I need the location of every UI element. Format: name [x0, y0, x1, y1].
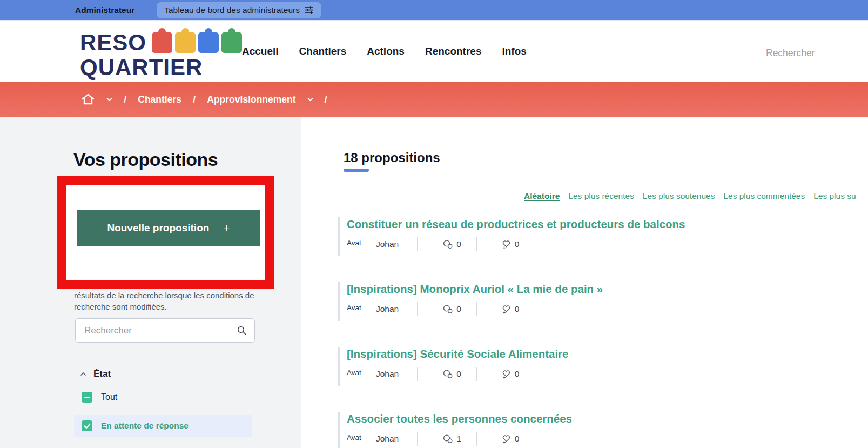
endorsements-count: 0: [501, 304, 520, 315]
avatar: Avatar: [347, 369, 365, 379]
breadcrumb-home-link[interactable]: [81, 93, 95, 106]
sidebar-search-input[interactable]: [84, 325, 237, 336]
breadcrumb: / Chantiers / Approvisionnement /: [0, 82, 868, 117]
admin-dashboard-button[interactable]: Tableau de bord des administrateurs: [157, 2, 321, 18]
site-header: RESO QUARTIER Accueil Chantiers Actions …: [0, 21, 868, 82]
proposal-title-link[interactable]: [Inspirations] Sécurité Sociale Alimenta…: [347, 347, 835, 361]
breadcrumb-separator: /: [325, 93, 327, 105]
filters-sidebar: Vos propositions Le formulaire ci-dessou…: [0, 117, 301, 448]
breadcrumb-separator: /: [193, 93, 196, 105]
breadcrumb-item-approvisionnement[interactable]: Approvisionnement: [207, 94, 295, 105]
endorsements-count: 0: [501, 239, 520, 250]
chevron-down-icon[interactable]: [307, 97, 313, 102]
proposal-meta: Avatar Johan 0: [347, 367, 835, 381]
nav-item-actions[interactable]: Actions: [367, 45, 405, 57]
meta-divider: [476, 302, 477, 316]
proposals-main: 18 propositions Aléatoire Les plus récen…: [301, 117, 868, 448]
avatar: Avatar: [347, 304, 365, 315]
sort-option-aleatoire[interactable]: Aléatoire: [524, 191, 560, 201]
endorsements-count-value: 0: [515, 369, 520, 379]
filter-option-label: Tout: [101, 392, 117, 402]
comments-count: 1: [442, 434, 461, 444]
comments-count: 0: [442, 304, 461, 315]
proposal-card: Associer toutes les personnes concernées…: [338, 412, 835, 448]
results-count-heading: 18 propositions: [344, 150, 440, 165]
new-proposal-button-label: Nouvelle proposition: [107, 222, 209, 234]
comments-count-value: 0: [456, 239, 461, 249]
proposal-meta: Avatar Johan 1: [347, 432, 835, 446]
meta-divider: [476, 367, 477, 381]
nav-item-chantiers[interactable]: Chantiers: [299, 45, 347, 57]
heart-plus-icon: [501, 239, 512, 250]
breadcrumb-item-chantiers[interactable]: Chantiers: [138, 94, 181, 105]
proposal-card: [Inspirations] Monoprix Auriol « La mie …: [338, 282, 835, 321]
heart-plus-icon: [501, 434, 512, 444]
site-logo[interactable]: RESO QUARTIER: [80, 30, 242, 80]
home-icon: [81, 93, 95, 106]
proposal-card: Constituer un réseau de productrices et …: [338, 217, 835, 256]
comments-count-value: 0: [456, 304, 461, 314]
author-name[interactable]: Johan: [376, 239, 399, 249]
heart-plus-icon: [501, 304, 512, 315]
author-name[interactable]: Johan: [376, 369, 399, 379]
nav-item-accueil[interactable]: Accueil: [242, 45, 279, 57]
logo-text-line1: RESO: [80, 30, 146, 55]
comments-icon: [442, 304, 453, 315]
chevron-down-icon[interactable]: [106, 97, 112, 102]
results-underline: [344, 169, 369, 172]
comments-count: 0: [442, 239, 461, 250]
endorsements-count: 0: [501, 369, 520, 379]
meta-divider: [417, 237, 418, 251]
sort-option-suivies[interactable]: Les plus su: [813, 191, 856, 201]
logo-puzzle-icon: [152, 32, 242, 53]
sort-option-commentees[interactable]: Les plus commentées: [723, 191, 805, 201]
meta-divider: [476, 237, 477, 251]
sort-option-soutenues[interactable]: Les plus soutenues: [643, 191, 715, 201]
sidebar-search: [75, 318, 255, 343]
sliders-icon: [305, 5, 314, 15]
sort-options-row: Aléatoire Les plus récentes Les plus sou…: [524, 191, 856, 201]
header-search-field[interactable]: Rechercher: [766, 48, 815, 59]
state-filter-title: État: [93, 369, 111, 379]
endorsements-count-value: 0: [515, 304, 520, 314]
endorsements-count-value: 0: [515, 239, 520, 249]
proposal-title-link[interactable]: Constituer un réseau de productrices et …: [347, 217, 835, 231]
breadcrumb-separator: /: [124, 93, 126, 105]
comments-count-value: 1: [456, 434, 461, 444]
proposal-card: [Inspirations] Sécurité Sociale Alimenta…: [338, 347, 835, 386]
proposal-meta: Avatar Johan 0: [347, 237, 835, 251]
checkbox-indeterminate-icon[interactable]: [82, 392, 92, 403]
meta-divider: [417, 302, 418, 316]
author-name[interactable]: Johan: [376, 304, 399, 314]
endorsements-count-value: 0: [515, 434, 520, 444]
endorsements-count: 0: [501, 434, 520, 444]
filter-option-tout[interactable]: Tout: [82, 392, 117, 403]
comments-icon: [442, 239, 453, 250]
proposal-title-link[interactable]: Associer toutes les personnes concernées: [347, 412, 835, 426]
meta-divider: [417, 367, 418, 381]
admin-dashboard-button-label: Tableau de bord des administrateurs: [164, 5, 300, 15]
plus-icon: +: [223, 222, 230, 235]
annotation-box: Nouvelle proposition +: [57, 176, 274, 289]
proposal-list: Constituer un réseau de productrices et …: [338, 217, 835, 448]
filter-option-en-attente[interactable]: En attente de réponse: [74, 415, 252, 437]
comments-count: 0: [442, 369, 461, 379]
avatar: Avatar: [347, 239, 365, 250]
nav-item-infos[interactable]: Infos: [502, 45, 526, 57]
nav-item-rencontres[interactable]: Rencontres: [425, 45, 482, 57]
checkbox-checked-icon[interactable]: [82, 420, 92, 431]
state-filter-toggle[interactable]: État: [80, 369, 111, 379]
author-name[interactable]: Johan: [376, 434, 399, 444]
sort-option-recentes[interactable]: Les plus récentes: [568, 191, 634, 201]
meta-divider: [417, 432, 418, 446]
admin-role-label: Administrateur: [75, 5, 134, 15]
main-nav: Accueil Chantiers Actions Rencontres Inf…: [242, 21, 527, 82]
heart-plus-icon: [501, 369, 512, 379]
filter-option-label: En attente de réponse: [101, 421, 189, 431]
search-icon[interactable]: [237, 325, 247, 336]
avatar: Avatar: [347, 433, 365, 444]
comments-count-value: 0: [456, 369, 461, 379]
new-proposal-button[interactable]: Nouvelle proposition +: [77, 210, 260, 246]
comments-icon: [442, 434, 453, 444]
proposal-title-link[interactable]: [Inspirations] Monoprix Auriol « La mie …: [347, 282, 835, 296]
